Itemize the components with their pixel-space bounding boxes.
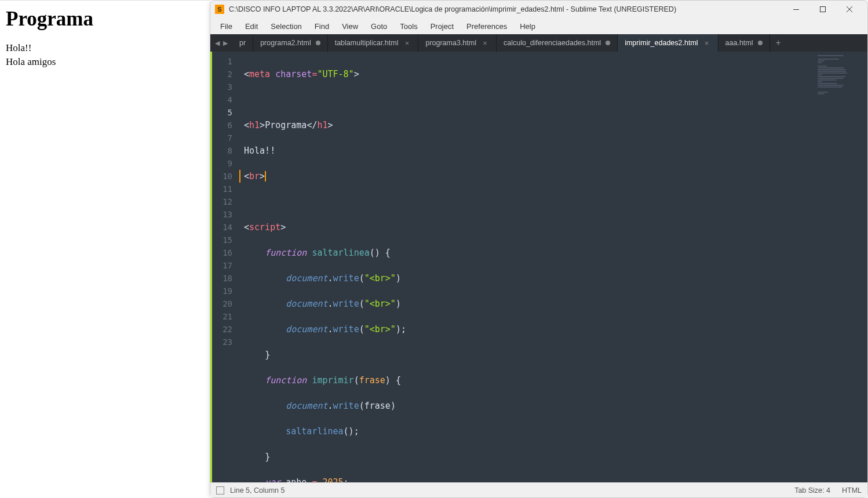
sublime-text-window: S C:\DISCO INFO LAPTOP AL 3.3.2022\AR\AR… — [210, 0, 868, 498]
code-line: document.write("<br>") — [240, 297, 815, 310]
tab-close-icon[interactable]: × — [481, 39, 489, 48]
line-number: 19 — [212, 285, 240, 297]
tab-tablamultiplicar[interactable]: tablamultiplicar.html× — [328, 34, 419, 52]
text-line-2: Hola amigos — [6, 56, 56, 67]
menu-goto[interactable]: Goto — [364, 20, 393, 33]
window-controls — [783, 1, 863, 17]
close-button[interactable] — [836, 1, 863, 17]
menu-view[interactable]: View — [335, 20, 364, 33]
tab-imprimir-edades2[interactable]: imprimir_edades2.html× — [618, 34, 718, 52]
browser-preview-pane: Programa Hola!! Hola amigos — [0, 0, 210, 498]
code-line: } — [240, 348, 815, 361]
text-line-1: Hola!! — [6, 42, 31, 53]
tab-programa3[interactable]: programa3.html× — [418, 34, 497, 52]
text-cursor — [265, 171, 266, 181]
tab-dirty-icon — [316, 41, 320, 45]
line-number: 16 — [212, 246, 240, 259]
close-icon — [847, 6, 852, 12]
line-number: 4 — [212, 93, 240, 106]
status-panel-icon[interactable] — [216, 486, 224, 495]
code-line — [240, 195, 815, 208]
app-icon: S — [215, 5, 224, 14]
line-number: 2 — [212, 68, 240, 81]
new-tab-button[interactable]: + — [770, 34, 787, 52]
code-line: <meta charset="UTF-8"> — [240, 68, 815, 81]
maximize-button[interactable] — [809, 1, 836, 17]
line-number: 11 — [212, 183, 240, 195]
line-number: 3 — [212, 81, 240, 93]
code-line: document.write("<br>") — [240, 272, 815, 285]
menu-find[interactable]: Find — [308, 20, 335, 33]
tab-truncated[interactable]: pr — [232, 34, 253, 52]
menu-edit[interactable]: Edit — [239, 20, 264, 33]
line-number: 12 — [212, 195, 240, 208]
code-line: function saltarlinea() { — [240, 246, 815, 259]
statusbar: Line 5, Column 5 Tab Size: 4 HTML — [210, 482, 867, 497]
minimize-icon — [793, 9, 799, 10]
menu-selection[interactable]: Selection — [264, 20, 308, 33]
tab-nav-left-icon[interactable]: ◀ — [214, 38, 221, 48]
tab-nav-right-icon[interactable]: ▶ — [222, 38, 229, 48]
page-heading: Programa — [6, 8, 204, 31]
minimize-button[interactable] — [783, 1, 809, 17]
svg-rect-1 — [820, 7, 826, 12]
menu-tools[interactable]: Tools — [393, 20, 424, 33]
code-line: document.write(frase) — [240, 399, 815, 412]
line-number: 8 — [212, 144, 240, 157]
tab-dirty-icon — [758, 41, 763, 45]
menu-project[interactable]: Project — [424, 20, 460, 33]
code-line: } — [240, 450, 815, 463]
line-number: 10 — [212, 170, 240, 183]
menu-help[interactable]: Help — [513, 20, 542, 33]
line-number: 13 — [212, 208, 240, 221]
line-number: 20 — [212, 297, 240, 310]
code-line-current: <br> — [239, 170, 815, 183]
tab-nav: ◀ ▶ — [210, 34, 232, 52]
tab-close-icon[interactable]: × — [703, 39, 711, 48]
code-line: <script> — [240, 221, 815, 234]
status-tab-size[interactable]: Tab Size: 4 — [783, 486, 842, 495]
code-line: <h1>Programa</h1> — [240, 119, 815, 132]
page-content: Hola!! Hola amigos — [6, 41, 204, 69]
menubar: File Edit Selection Find View Goto Tools… — [210, 18, 867, 34]
code-line — [240, 93, 815, 106]
code-line: Hola!! — [240, 144, 815, 157]
menu-preferences[interactable]: Preferences — [460, 20, 513, 33]
minimap[interactable] — [815, 52, 867, 482]
code-line: saltarlinea(); — [240, 425, 815, 438]
tab-aaa[interactable]: aaa.html — [719, 34, 770, 52]
svg-rect-0 — [793, 9, 799, 10]
code-line: document.write("<br>"); — [240, 323, 815, 336]
tabbar: ◀ ▶ pr programa2.html tablamultiplicar.h… — [210, 34, 867, 52]
code-editor[interactable]: <meta charset="UTF-8"> <h1>Programa</h1>… — [240, 52, 815, 482]
status-syntax[interactable]: HTML — [842, 486, 862, 495]
line-number: 18 — [212, 272, 240, 285]
tab-calculo[interactable]: calculo_diferenciaedades.html — [497, 34, 618, 52]
code-line: function imprimir(frase) { — [240, 374, 815, 387]
gutter[interactable]: 1 2 3 4 5 6 7 8 9 10 11 12 13 14 15 16 1… — [210, 52, 240, 482]
tab-close-icon[interactable]: × — [403, 39, 411, 48]
line-number: 22 — [212, 323, 240, 336]
tab-dirty-icon — [606, 41, 610, 45]
code-line: var anho = 2025; — [240, 476, 815, 482]
editor-area: 1 2 3 4 5 6 7 8 9 10 11 12 13 14 15 16 1… — [210, 52, 867, 482]
line-number: 17 — [212, 259, 240, 272]
line-number: 6 — [212, 119, 240, 132]
menu-file[interactable]: File — [214, 20, 239, 33]
line-number: 7 — [212, 132, 240, 144]
titlebar[interactable]: S C:\DISCO INFO LAPTOP AL 3.3.2022\AR\AR… — [210, 1, 867, 18]
line-number-current: 5 — [212, 106, 240, 119]
tab-programa2[interactable]: programa2.html — [253, 34, 328, 52]
maximize-icon — [820, 6, 826, 12]
line-number: 9 — [212, 157, 240, 170]
status-position[interactable]: Line 5, Column 5 — [230, 486, 783, 495]
window-title: C:\DISCO INFO LAPTOP AL 3.3.2022\AR\ARI\… — [229, 5, 783, 13]
line-number: 21 — [212, 310, 240, 323]
line-number: 15 — [212, 234, 240, 246]
line-number: 23 — [212, 336, 240, 348]
line-number: 1 — [212, 55, 240, 68]
line-number: 14 — [212, 221, 240, 234]
